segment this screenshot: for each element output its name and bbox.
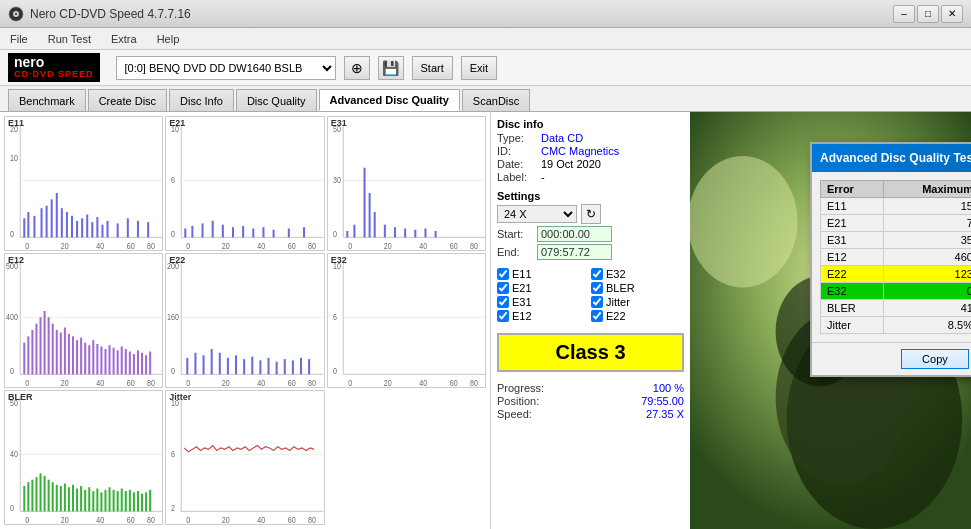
svg-rect-22 bbox=[91, 222, 93, 237]
svg-text:40: 40 bbox=[96, 241, 104, 250]
cb-bler-label: BLER bbox=[606, 282, 635, 294]
stats-row-jitter: Jitter8.5%n/a7.32% bbox=[821, 317, 972, 334]
stats-row-e12: E12460399298.33 bbox=[821, 249, 972, 266]
chart-jitter-label: Jitter bbox=[169, 392, 191, 402]
stats-error-7: Jitter bbox=[821, 317, 884, 334]
tab-scan-disc[interactable]: ScanDisc bbox=[462, 89, 530, 111]
stats-row-e22: E2212334880.73 bbox=[821, 266, 972, 283]
svg-rect-51 bbox=[288, 228, 290, 237]
svg-rect-11 bbox=[33, 216, 35, 238]
cb-e31-label: E31 bbox=[512, 296, 532, 308]
svg-text:80: 80 bbox=[147, 241, 155, 250]
svg-text:80: 80 bbox=[308, 515, 316, 524]
svg-rect-135 bbox=[235, 355, 237, 374]
menu-run-test[interactable]: Run Test bbox=[44, 31, 95, 47]
svg-text:6: 6 bbox=[333, 312, 337, 322]
tab-bar: Benchmark Create Disc Disc Info Disc Qua… bbox=[0, 86, 971, 112]
svg-text:60: 60 bbox=[449, 241, 457, 250]
disc-label-label: Label: bbox=[497, 171, 537, 183]
settings-section: Settings 24 X ↻ Start: End: bbox=[497, 190, 684, 262]
svg-rect-184 bbox=[92, 491, 94, 511]
speed-select[interactable]: 24 X bbox=[497, 205, 577, 223]
save-button[interactable]: 💾 bbox=[378, 56, 404, 80]
charts-area: E11 20 10 0 bbox=[0, 112, 490, 529]
stats-row-e21: E2175860.12 bbox=[821, 215, 972, 232]
svg-text:80: 80 bbox=[147, 515, 155, 524]
svg-rect-23 bbox=[96, 217, 98, 237]
tab-advanced-disc-quality[interactable]: Advanced Disc Quality bbox=[319, 89, 460, 111]
background-photo: Advanced Disc Quality Test - Statistics … bbox=[690, 112, 971, 529]
progress-value: 100 % bbox=[653, 382, 684, 394]
svg-text:20: 20 bbox=[222, 378, 230, 387]
svg-rect-27 bbox=[127, 218, 129, 237]
col-error: Error bbox=[821, 181, 884, 198]
cb-jitter-label: Jitter bbox=[606, 296, 630, 308]
svg-rect-46 bbox=[232, 227, 234, 237]
svg-rect-43 bbox=[202, 223, 204, 237]
minimize-button[interactable]: – bbox=[893, 5, 915, 23]
refresh-button[interactable]: ↻ bbox=[581, 204, 601, 224]
svg-rect-178 bbox=[68, 487, 70, 511]
svg-rect-24 bbox=[101, 225, 103, 238]
menu-help[interactable]: Help bbox=[153, 31, 184, 47]
svg-rect-173 bbox=[48, 480, 50, 512]
svg-rect-25 bbox=[107, 221, 109, 237]
menu-file[interactable]: File bbox=[6, 31, 32, 47]
svg-text:40: 40 bbox=[96, 378, 104, 387]
copy-button[interactable]: Copy bbox=[901, 349, 969, 369]
svg-rect-42 bbox=[192, 226, 194, 237]
cb-e32[interactable] bbox=[591, 268, 603, 280]
cb-e31[interactable] bbox=[497, 296, 509, 308]
svg-rect-69 bbox=[383, 225, 385, 238]
tab-create-disc[interactable]: Create Disc bbox=[88, 89, 167, 111]
end-time-input[interactable] bbox=[537, 244, 612, 260]
svg-rect-181 bbox=[80, 486, 82, 511]
svg-rect-197 bbox=[145, 492, 147, 511]
tab-benchmark[interactable]: Benchmark bbox=[8, 89, 86, 111]
cb-bler[interactable] bbox=[591, 282, 603, 294]
chart-bler-label: BLER bbox=[8, 392, 33, 402]
svg-rect-140 bbox=[276, 362, 278, 375]
svg-rect-41 bbox=[185, 228, 187, 237]
svg-text:400: 400 bbox=[6, 312, 18, 322]
tab-disc-quality[interactable]: Disc Quality bbox=[236, 89, 317, 111]
tab-disc-info[interactable]: Disc Info bbox=[169, 89, 234, 111]
svg-rect-91 bbox=[44, 311, 46, 374]
svg-text:0: 0 bbox=[25, 515, 29, 524]
cb-e22[interactable] bbox=[591, 310, 603, 322]
start-time-input[interactable] bbox=[537, 226, 612, 242]
chart-e22: E22 200 160 0 bbox=[165, 253, 324, 388]
svg-rect-188 bbox=[109, 487, 111, 511]
maximize-button[interactable]: □ bbox=[917, 5, 939, 23]
svg-rect-192 bbox=[125, 491, 127, 511]
menu-extra[interactable]: Extra bbox=[107, 31, 141, 47]
cb-e21[interactable] bbox=[497, 282, 509, 294]
exit-button[interactable]: Exit bbox=[461, 56, 497, 80]
cb-e21-row: E21 bbox=[497, 282, 590, 294]
svg-rect-28 bbox=[137, 221, 139, 237]
svg-rect-101 bbox=[84, 343, 86, 375]
svg-text:40: 40 bbox=[258, 378, 266, 387]
close-button[interactable]: ✕ bbox=[941, 5, 963, 23]
cb-e11[interactable] bbox=[497, 268, 509, 280]
stats-max-6: 41 bbox=[883, 300, 971, 317]
svg-rect-66 bbox=[363, 168, 365, 238]
svg-rect-189 bbox=[113, 490, 115, 512]
chart-e12-label: E12 bbox=[8, 255, 24, 265]
svg-text:10: 10 bbox=[10, 154, 18, 164]
cb-jitter[interactable] bbox=[591, 296, 603, 308]
drive-info-button[interactable]: ⊕ bbox=[344, 56, 370, 80]
drive-select[interactable]: [0:0] BENQ DVD DD DW1640 BSLB bbox=[116, 56, 336, 80]
end-time-row: End: bbox=[497, 244, 684, 260]
start-button[interactable]: Start bbox=[412, 56, 453, 80]
svg-text:80: 80 bbox=[308, 241, 316, 250]
stats-dialog: Advanced Disc Quality Test - Statistics … bbox=[810, 142, 971, 377]
cb-e12[interactable] bbox=[497, 310, 509, 322]
svg-text:0: 0 bbox=[333, 367, 337, 377]
stats-error-0: E11 bbox=[821, 198, 884, 215]
svg-rect-45 bbox=[222, 225, 224, 238]
disc-date-label: Date: bbox=[497, 158, 537, 170]
svg-rect-16 bbox=[61, 208, 63, 237]
stats-max-2: 35 bbox=[883, 232, 971, 249]
svg-text:6: 6 bbox=[171, 175, 175, 185]
